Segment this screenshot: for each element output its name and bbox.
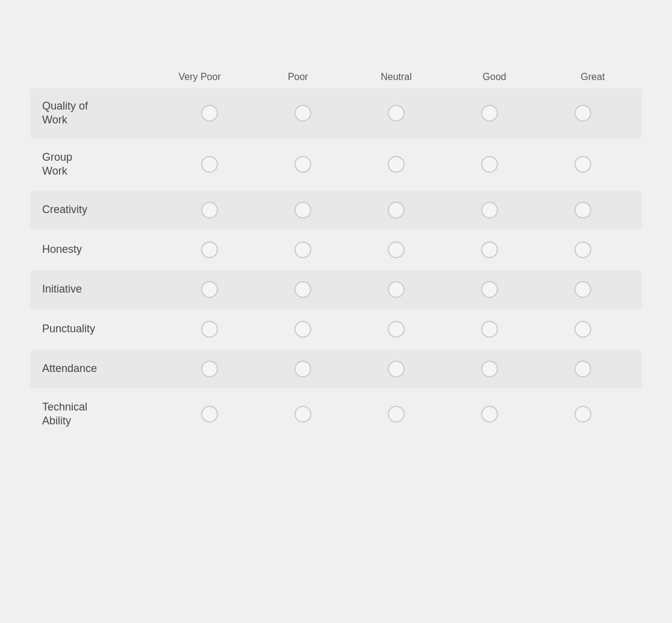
radio-group-work-good[interactable] — [481, 156, 498, 173]
radio-creativity-poor[interactable] — [294, 202, 311, 219]
radio-initiative-good[interactable] — [481, 281, 498, 298]
radio-attendance-neutral[interactable] — [388, 361, 405, 377]
skill-label-attendance: Attendance — [42, 362, 163, 376]
radio-group-technical-ability — [163, 406, 630, 423]
radio-technical-ability-neutral[interactable] — [388, 406, 405, 423]
radio-cell-technical-ability-good — [459, 406, 520, 423]
radio-cell-initiative-great — [553, 281, 613, 298]
radio-group-work-great[interactable] — [574, 156, 591, 173]
radio-cell-technical-ability-very-poor — [179, 406, 240, 423]
radio-technical-ability-good[interactable] — [481, 406, 498, 423]
header-very-poor: Very Poor — [170, 72, 230, 82]
radio-cell-honesty-poor — [273, 241, 333, 258]
section-label — [30, 42, 642, 55]
radio-quality-of-work-neutral[interactable] — [388, 105, 405, 122]
radio-cell-quality-of-work-great — [553, 105, 613, 122]
rows-container: Quality of WorkGroup WorkCreativityHones… — [30, 88, 642, 439]
radio-quality-of-work-great[interactable] — [574, 105, 591, 122]
radio-group-honesty — [163, 241, 630, 258]
radio-cell-honesty-neutral — [366, 241, 426, 258]
radio-cell-punctuality-poor — [273, 321, 333, 338]
radio-attendance-great[interactable] — [574, 361, 591, 377]
radio-cell-punctuality-good — [459, 321, 520, 338]
radio-cell-punctuality-neutral — [366, 321, 426, 338]
radio-cell-quality-of-work-very-poor — [179, 105, 240, 122]
radio-cell-initiative-good — [459, 281, 520, 298]
radio-initiative-great[interactable] — [574, 281, 591, 298]
radio-technical-ability-great[interactable] — [574, 406, 591, 423]
radio-attendance-good[interactable] — [481, 361, 498, 377]
radio-group-work-neutral[interactable] — [388, 156, 405, 173]
radio-creativity-good[interactable] — [481, 202, 498, 219]
radio-attendance-very-poor[interactable] — [201, 361, 218, 377]
radio-honesty-very-poor[interactable] — [201, 241, 218, 258]
header-neutral: Neutral — [366, 72, 426, 82]
radio-attendance-poor[interactable] — [294, 361, 311, 377]
table-header-row: Very Poor Poor Neutral Good Great — [30, 67, 642, 87]
radio-honesty-neutral[interactable] — [388, 241, 405, 258]
radio-cell-punctuality-great — [553, 321, 613, 338]
radio-punctuality-neutral[interactable] — [388, 321, 405, 338]
radio-cell-group-work-poor — [273, 156, 333, 173]
radio-punctuality-good[interactable] — [481, 321, 498, 338]
skill-label-technical-ability: Technical Ability — [42, 400, 163, 429]
radio-punctuality-poor[interactable] — [294, 321, 311, 338]
radio-cell-creativity-good — [459, 202, 520, 219]
skill-label-initiative: Initiative — [42, 282, 163, 296]
skill-label-creativity: Creativity — [42, 203, 163, 217]
radio-cell-attendance-good — [459, 361, 520, 377]
skill-label-quality-of-work: Quality of Work — [42, 99, 163, 128]
skill-label-group-work: Group Work — [42, 150, 163, 179]
table-row-quality-of-work: Quality of Work — [30, 88, 642, 138]
radio-creativity-great[interactable] — [574, 202, 591, 219]
page-container: Very Poor Poor Neutral Good Great Qualit… — [0, 0, 672, 464]
radio-honesty-poor[interactable] — [294, 241, 311, 258]
radio-initiative-poor[interactable] — [294, 281, 311, 298]
radio-group-work-poor[interactable] — [294, 156, 311, 173]
radio-quality-of-work-good[interactable] — [481, 105, 498, 122]
radio-group-quality-of-work — [163, 105, 630, 122]
radio-cell-group-work-neutral — [366, 156, 426, 173]
radio-cell-initiative-very-poor — [179, 281, 240, 298]
radio-cell-quality-of-work-good — [459, 105, 520, 122]
table-row-attendance: Attendance — [30, 350, 642, 388]
radio-cell-creativity-poor — [273, 202, 333, 219]
radio-group-attendance — [163, 361, 630, 377]
radio-initiative-very-poor[interactable] — [201, 281, 218, 298]
radio-cell-punctuality-very-poor — [179, 321, 240, 338]
radio-cell-attendance-very-poor — [179, 361, 240, 377]
radio-group-initiative — [163, 281, 630, 298]
radio-creativity-very-poor[interactable] — [201, 202, 218, 219]
radio-cell-creativity-great — [553, 202, 613, 219]
table-row-initiative: Initiative — [30, 270, 642, 309]
rating-table: Very Poor Poor Neutral Good Great Qualit… — [30, 67, 642, 439]
radio-cell-creativity-very-poor — [179, 202, 240, 219]
radio-punctuality-very-poor[interactable] — [201, 321, 218, 338]
radio-honesty-good[interactable] — [481, 241, 498, 258]
table-row-technical-ability: Technical Ability — [30, 389, 642, 439]
skill-label-honesty: Honesty — [42, 243, 163, 256]
radio-group-work-very-poor[interactable] — [201, 156, 218, 173]
radio-honesty-great[interactable] — [574, 241, 591, 258]
radio-group-punctuality — [163, 321, 630, 338]
table-row-group-work: Group Work — [30, 140, 642, 190]
radio-initiative-neutral[interactable] — [388, 281, 405, 298]
skill-label-punctuality: Punctuality — [42, 322, 163, 336]
radio-cell-attendance-neutral — [366, 361, 426, 377]
radio-cell-honesty-very-poor — [179, 241, 240, 258]
radio-technical-ability-poor[interactable] — [294, 406, 311, 423]
header-good: Good — [464, 72, 524, 82]
header-poor: Poor — [268, 72, 328, 82]
radio-creativity-neutral[interactable] — [388, 202, 405, 219]
radio-cell-technical-ability-neutral — [366, 406, 426, 423]
table-row-punctuality: Punctuality — [30, 310, 642, 349]
radio-group-creativity — [163, 202, 630, 219]
radio-technical-ability-very-poor[interactable] — [201, 406, 218, 423]
radio-quality-of-work-very-poor[interactable] — [201, 105, 218, 122]
header-great: Great — [562, 72, 623, 82]
radio-cell-initiative-poor — [273, 281, 333, 298]
radio-punctuality-great[interactable] — [574, 321, 591, 338]
radio-quality-of-work-poor[interactable] — [294, 105, 311, 122]
radio-cell-creativity-neutral — [366, 202, 426, 219]
radio-cell-quality-of-work-neutral — [366, 105, 426, 122]
